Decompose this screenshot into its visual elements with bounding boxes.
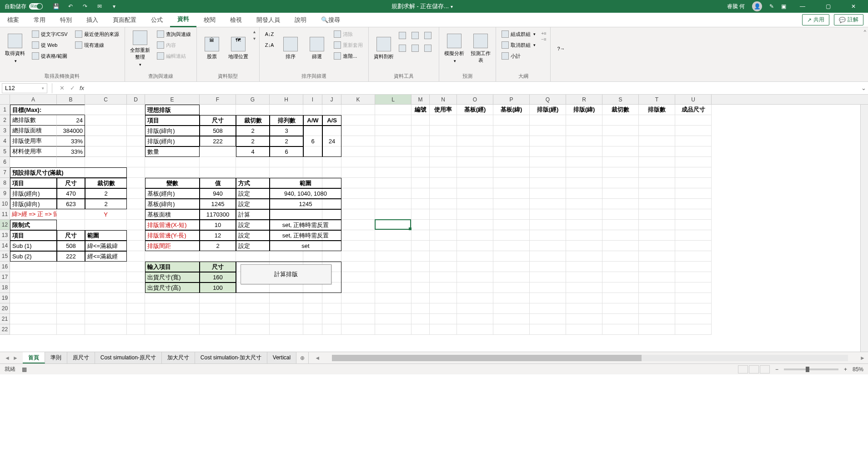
cell-L17[interactable] [375, 272, 411, 282]
cell-P18[interactable] [493, 282, 530, 293]
cell-D9[interactable] [127, 188, 145, 199]
col-header-N[interactable]: N [430, 95, 457, 104]
cell-M16[interactable] [411, 262, 430, 272]
properties-button[interactable]: 內容 [155, 40, 193, 50]
cell-B21[interactable] [57, 314, 85, 324]
cell-S9[interactable] [602, 188, 639, 199]
cell-B15[interactable]: 222 [57, 251, 85, 262]
cell-S7[interactable] [602, 167, 639, 178]
row-header-7[interactable]: 7 [0, 167, 10, 178]
cell-S16[interactable] [602, 262, 639, 272]
cell-L22[interactable] [375, 324, 411, 335]
cell-C3[interactable] [85, 126, 127, 136]
redo-icon[interactable]: ↷ [81, 2, 89, 10]
sheet-nav-next-icon[interactable]: ► [13, 355, 18, 361]
cell-F18[interactable]: 100 [200, 282, 236, 293]
col-header-T[interactable]: T [639, 95, 675, 104]
cell-P19[interactable] [493, 293, 530, 303]
col-header-U[interactable]: U [675, 95, 712, 104]
cell-D21[interactable] [127, 314, 145, 324]
cell-T11[interactable] [639, 209, 675, 220]
comments-button[interactable]: 💬 註解 [834, 14, 863, 25]
tab-review[interactable]: 校閱 [196, 13, 223, 27]
cell-E6[interactable] [145, 157, 200, 167]
cell-S11[interactable] [602, 209, 639, 220]
cell-A13[interactable]: 項目 [10, 230, 57, 241]
cell-S21[interactable] [602, 314, 639, 324]
cell-G7[interactable] [236, 167, 270, 178]
cell-T15[interactable] [639, 251, 675, 262]
row-header-3[interactable]: 3 [0, 126, 10, 136]
cell-I6[interactable] [303, 157, 322, 167]
cell-P5[interactable] [493, 146, 530, 157]
cell-S17[interactable] [602, 272, 639, 282]
cell-J22[interactable] [322, 324, 341, 335]
cell-U8[interactable] [675, 178, 712, 188]
cell-K5[interactable] [341, 146, 375, 157]
cell-A19[interactable] [10, 293, 57, 303]
cell-D8[interactable] [127, 178, 145, 188]
cell-L21[interactable] [375, 314, 411, 324]
cell-P16[interactable] [493, 262, 530, 272]
cell-Q4[interactable] [530, 136, 566, 146]
queries-conn-button[interactable]: 查詢與連線 [155, 29, 193, 39]
recent-sources-button[interactable]: 最近使用的來源 [73, 29, 121, 39]
cell-C10[interactable]: 2 [85, 199, 127, 209]
macro-record-icon[interactable]: ▦ [22, 366, 27, 373]
cell-N9[interactable] [430, 188, 457, 199]
cell-C22[interactable] [85, 324, 127, 335]
cell-U20[interactable] [675, 303, 712, 314]
cell-U22[interactable] [675, 324, 712, 335]
cell-B17[interactable] [57, 272, 85, 282]
formula-input[interactable] [88, 83, 859, 93]
tab-help[interactable]: 說明 [287, 13, 314, 27]
cell-B19[interactable] [57, 293, 85, 303]
cell-A7[interactable]: 預設排版尺寸(滿裁) [10, 167, 127, 178]
data-model-icon[interactable] [424, 45, 431, 52]
cell-E20[interactable] [145, 303, 200, 314]
cell-F15[interactable] [200, 251, 236, 262]
cell-R11[interactable] [566, 209, 602, 220]
col-header-B[interactable]: B [57, 95, 85, 104]
sort-button[interactable]: 排序 [279, 29, 302, 68]
cell-Q19[interactable] [530, 293, 566, 303]
cell-E1[interactable]: 理想排版 [145, 105, 200, 115]
cell-Q22[interactable] [530, 324, 566, 335]
cell-C20[interactable] [85, 303, 127, 314]
cell-C14[interactable]: 緯<=滿裁緯 [85, 241, 127, 251]
cell-S15[interactable] [602, 251, 639, 262]
cell-P10[interactable] [493, 199, 530, 209]
cell-T20[interactable] [639, 303, 675, 314]
cell-O20[interactable] [457, 303, 493, 314]
cell-L18[interactable] [375, 282, 411, 293]
autosave-toggle[interactable]: 自動儲存 開啟 [0, 3, 47, 10]
cell-T1[interactable]: 排版數 [639, 105, 675, 115]
cell-M21[interactable] [411, 314, 430, 324]
cell-D2[interactable] [127, 115, 145, 126]
cell-G13[interactable]: 設定 [236, 230, 270, 241]
cell-A11[interactable]: 緯>經 => 正 => 留邊 x,y [10, 209, 57, 220]
cell-P1[interactable]: 基板(緯) [493, 105, 530, 115]
cell-H6[interactable] [270, 157, 303, 167]
col-header-I[interactable]: I [303, 95, 322, 104]
row-header-13[interactable]: 13 [0, 230, 10, 241]
cell-K17[interactable] [341, 272, 375, 282]
row-header-21[interactable]: 21 [0, 314, 10, 324]
cell-E22[interactable] [145, 324, 200, 335]
cell-T7[interactable] [639, 167, 675, 178]
cell-F20[interactable] [200, 303, 236, 314]
cell-K22[interactable] [341, 324, 375, 335]
cell-G14[interactable]: 設定 [236, 241, 270, 251]
cell-H5[interactable]: 6 [270, 146, 303, 157]
cell-H13[interactable]: set, 正轉時需反置 [270, 230, 341, 241]
cell-Q13[interactable] [530, 230, 566, 241]
cell-P3[interactable] [493, 126, 530, 136]
cell-G21[interactable] [236, 314, 270, 324]
save-icon[interactable]: 💾 [52, 2, 60, 10]
forecast-button[interactable]: 預測工作表 [469, 29, 492, 68]
cell-D14[interactable] [127, 241, 145, 251]
cell-H7[interactable] [270, 167, 303, 178]
cell-F4[interactable]: 222 [200, 136, 236, 146]
cell-U16[interactable] [675, 262, 712, 272]
cell-S8[interactable] [602, 178, 639, 188]
